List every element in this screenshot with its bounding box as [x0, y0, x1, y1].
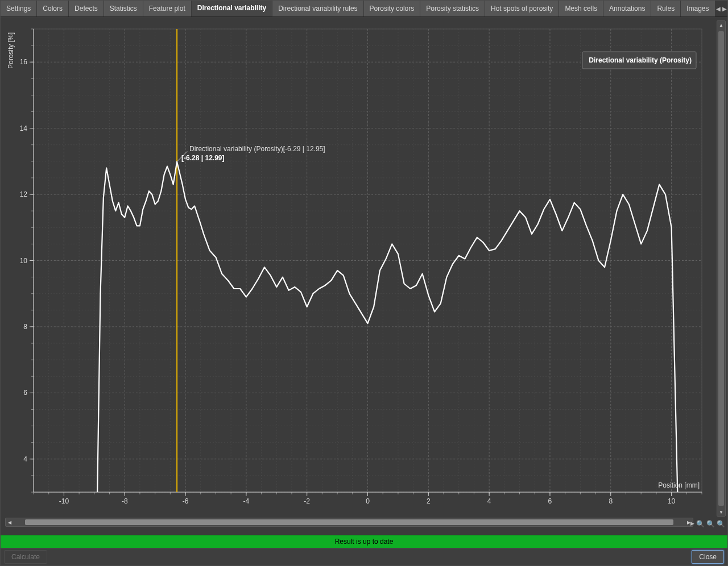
plot-area: -10-8-6-4-2024681046810121416Position [m… — [1, 17, 727, 535]
svg-text:-6: -6 — [183, 497, 189, 505]
svg-text:10: 10 — [668, 497, 676, 505]
tab-scroll-right-icon[interactable]: ▶ — [721, 1, 727, 16]
tab-images[interactable]: Images — [681, 1, 715, 16]
tab-rules[interactable]: Rules — [651, 1, 681, 16]
scroll-down-icon[interactable]: ▼ — [717, 508, 725, 516]
svg-text:-8: -8 — [122, 497, 128, 505]
svg-text:-4: -4 — [243, 497, 250, 505]
svg-text:6: 6 — [23, 389, 27, 397]
tab-directional-variability-rules[interactable]: Directional variability rules — [272, 1, 363, 16]
tab-statistics[interactable]: Statistics — [104, 1, 143, 16]
svg-text:16: 16 — [20, 58, 28, 66]
tab-directional-variability[interactable]: Directional variability — [192, 1, 272, 16]
tab-porosity-statistics[interactable]: Porosity statistics — [420, 1, 485, 16]
svg-text:[-6.28 | 12.99]: [-6.28 | 12.99] — [181, 154, 224, 162]
horizontal-scroll-thumb[interactable] — [25, 519, 673, 525]
status-bar: Result is up to date — [1, 535, 727, 548]
svg-text:-2: -2 — [304, 497, 310, 505]
svg-text:-10: -10 — [59, 497, 69, 505]
horizontal-scrollbar[interactable]: ◀ ▶ — [5, 518, 693, 527]
status-text: Result is up to date — [335, 538, 394, 546]
tab-defects[interactable]: Defects — [69, 1, 104, 16]
svg-text:14: 14 — [20, 124, 28, 132]
svg-text:2: 2 — [427, 497, 431, 505]
svg-text:6: 6 — [548, 497, 552, 505]
svg-text:8: 8 — [23, 323, 27, 331]
tab-annotations[interactable]: Annotations — [603, 1, 651, 16]
tab-mesh-cells[interactable]: Mesh cells — [559, 1, 603, 16]
svg-text:12: 12 — [20, 190, 28, 198]
zoom-out-icon[interactable]: 🔍 — [706, 520, 715, 528]
svg-text:Porosity [%]: Porosity [%] — [7, 32, 15, 69]
svg-text:8: 8 — [609, 497, 613, 505]
svg-text:4: 4 — [487, 497, 491, 505]
svg-text:Directional variability (Poros: Directional variability (Porosity) — [589, 56, 692, 64]
scroll-up-icon[interactable]: ▲ — [717, 21, 725, 29]
chart-canvas[interactable]: -10-8-6-4-2024681046810121416Position [m… — [5, 20, 710, 509]
zoom-fit-icon[interactable]: 🔍 — [717, 520, 725, 528]
close-button[interactable]: Close — [692, 550, 724, 564]
scroll-left-icon[interactable]: ◀ — [6, 518, 14, 526]
svg-text:10: 10 — [20, 257, 28, 265]
svg-text:4: 4 — [23, 455, 27, 463]
tab-colors[interactable]: Colors — [37, 1, 69, 16]
tab-hot-spots-of-porosity[interactable]: Hot spots of porosity — [485, 1, 559, 16]
dialog-button-row: Calculate Close — [1, 548, 727, 565]
svg-text:0: 0 — [366, 497, 370, 505]
vertical-scroll-thumb[interactable] — [718, 31, 724, 506]
tab-settings[interactable]: Settings — [1, 1, 37, 16]
axis-expand-icon[interactable]: ▶ — [690, 521, 694, 526]
tab-porosity-colors[interactable]: Porosity colors — [364, 1, 421, 16]
calculate-button: Calculate — [4, 550, 47, 564]
tab-feature-plot[interactable]: Feature plot — [143, 1, 192, 16]
tab-strip: SettingsColorsDefectsStatisticsFeature p… — [1, 1, 727, 17]
zoom-in-icon[interactable]: 🔍 — [696, 520, 705, 528]
tab-scroll-left-icon[interactable]: ◀ — [715, 1, 722, 16]
vertical-scrollbar[interactable]: ▲ ▼ — [717, 20, 726, 517]
svg-text:Directional variability (Poros: Directional variability (Porosity)[-6.29… — [189, 145, 325, 153]
svg-text:Position [mm]: Position [mm] — [658, 481, 700, 489]
